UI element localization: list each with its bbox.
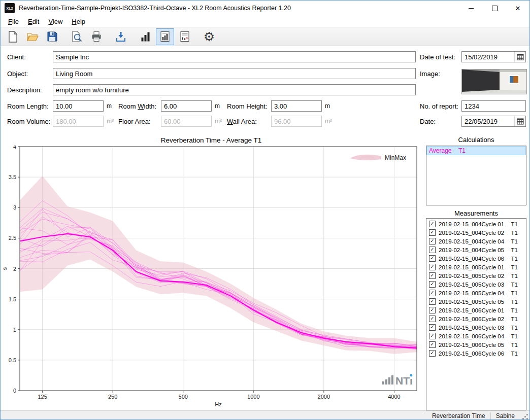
room-image-thumbnail[interactable] [461, 69, 527, 94]
measurement-type: T1 [511, 307, 518, 313]
measurement-item[interactable]: ✓2019-02-15_006Cycle 04T1 [426, 332, 526, 340]
measurement-checkbox[interactable]: ✓ [429, 255, 436, 262]
svg-text:2: 2 [13, 266, 16, 272]
floor-area-label: Floor Area: [118, 118, 151, 125]
client-input[interactable] [53, 51, 416, 62]
date-field [461, 116, 526, 127]
measurement-name: 2019-02-15_005Cycle 03 [439, 282, 504, 288]
resize-grip[interactable] [522, 413, 528, 420]
measurement-checkbox[interactable]: ✓ [429, 324, 436, 331]
measurement-type: T1 [511, 230, 518, 236]
room-height-input[interactable] [271, 100, 322, 112]
svg-text:NTı: NTı [395, 375, 413, 387]
measurement-item[interactable]: ✓2019-02-15_005Cycle 04T1 [426, 289, 526, 297]
wall-area-input [271, 116, 322, 127]
measurement-item[interactable]: ✓2019-02-15_004Cycle 02T1 [426, 228, 526, 237]
measurement-type: T1 [511, 238, 518, 244]
measurement-name: 2019-02-15_004Cycle 02 [439, 230, 504, 236]
report-table-icon [179, 30, 191, 43]
measurement-name: 2019-02-15_006Cycle 02 [439, 316, 504, 322]
window-controls: ✕ [459, 1, 529, 16]
menu-file[interactable]: File [4, 17, 23, 26]
measurement-item[interactable]: ✓2019-02-15_004Cycle 05T1 [426, 246, 526, 254]
object-input[interactable] [53, 68, 416, 79]
print-button[interactable] [87, 28, 106, 45]
calculations-heading: Calculations [426, 136, 526, 144]
measurement-item[interactable]: ✓2019-02-15_006Cycle 03T1 [426, 323, 526, 332]
measurement-checkbox[interactable]: ✓ [429, 238, 436, 244]
date-calendar-button[interactable] [514, 116, 525, 126]
measurement-item[interactable]: ✓2019-02-15_004Cycle 06T1 [426, 254, 526, 263]
toolbar: ⚙ [1, 27, 529, 46]
measurement-type: T1 [511, 264, 518, 270]
calculation-item[interactable]: AverageT1 [426, 146, 526, 155]
measurement-checkbox[interactable]: ✓ [429, 281, 436, 288]
measurement-checkbox[interactable]: ✓ [429, 333, 436, 339]
save-icon [46, 30, 58, 43]
floor-area-input [161, 116, 212, 127]
measurement-checkbox[interactable]: ✓ [429, 341, 436, 348]
measurement-item[interactable]: ✓2019-02-15_005Cycle 03T1 [426, 280, 526, 289]
svg-text:4000: 4000 [388, 394, 400, 400]
measurement-item[interactable]: ✓2019-02-15_005Cycle 01T1 [426, 263, 526, 271]
minimize-button[interactable] [459, 1, 483, 16]
measurement-checkbox[interactable]: ✓ [429, 229, 436, 236]
svg-text:3: 3 [13, 204, 16, 211]
room-length-label: Room Length: [7, 102, 49, 110]
measurement-type: T1 [511, 351, 518, 357]
measurement-checkbox[interactable]: ✓ [429, 264, 436, 270]
menu-view[interactable]: View [44, 17, 67, 26]
description-input[interactable] [53, 84, 416, 95]
measurement-checkbox[interactable]: ✓ [429, 316, 436, 322]
room-width-input[interactable] [161, 100, 212, 112]
measurement-checkbox[interactable]: ✓ [429, 298, 436, 305]
measurement-checkbox[interactable]: ✓ [429, 221, 436, 227]
measurement-item[interactable]: ✓2019-02-15_004Cycle 04T1 [426, 237, 526, 246]
measurement-item[interactable]: ✓2019-02-15_004Cycle 01T1 [426, 220, 526, 228]
measurement-name: 2019-02-15_006Cycle 06 [439, 351, 504, 357]
reverberation-report-view-button[interactable] [156, 28, 174, 45]
title-bar: XL2 Reverberation-Time-Sample-Projekt-IS… [1, 1, 529, 16]
measurement-checkbox[interactable]: ✓ [429, 307, 436, 313]
measurement-checkbox[interactable]: ✓ [429, 247, 436, 253]
measurement-item[interactable]: ✓2019-02-15_006Cycle 02T1 [426, 314, 526, 323]
print-preview-button[interactable] [68, 28, 86, 45]
calculation-name: Average [429, 147, 458, 154]
svg-text:0: 0 [13, 388, 16, 394]
no-of-report-label: No. of report: [420, 102, 458, 110]
side-panel: Calculations AverageT1 Measurements ✓201… [426, 133, 526, 410]
measurement-item[interactable]: ✓2019-02-15_006Cycle 06T1 [426, 349, 526, 358]
maximize-button[interactable] [483, 1, 506, 16]
report-bars-icon [159, 30, 171, 43]
measurement-item[interactable]: ✓2019-02-15_006Cycle 01T1 [426, 306, 526, 314]
measurement-name: 2019-02-15_006Cycle 04 [439, 333, 504, 339]
save-project-button[interactable] [43, 28, 61, 45]
menu-help[interactable]: Help [67, 17, 90, 26]
no-of-report-input[interactable] [461, 100, 526, 112]
measurement-checkbox[interactable]: ✓ [429, 272, 436, 279]
measurement-checkbox[interactable]: ✓ [429, 290, 436, 296]
svg-text:125: 125 [38, 394, 47, 400]
close-button[interactable]: ✕ [506, 1, 529, 16]
printer-icon [90, 30, 103, 43]
measurement-item[interactable]: ✓2019-02-15_005Cycle 05T1 [426, 297, 526, 306]
new-document-button[interactable] [4, 28, 22, 45]
measurement-name: 2019-02-15_006Cycle 05 [439, 342, 504, 348]
open-project-button[interactable] [23, 28, 42, 45]
open-folder-icon [26, 30, 39, 43]
calculation-type: T1 [458, 147, 466, 154]
measurement-item[interactable]: ✓2019-02-15_005Cycle 02T1 [426, 271, 526, 280]
room-length-input[interactable] [53, 100, 104, 112]
close-icon: ✕ [515, 5, 521, 12]
import-measurements-button[interactable] [112, 28, 130, 45]
settings-button[interactable]: ⚙ [200, 28, 218, 45]
measurement-name: 2019-02-15_004Cycle 05 [439, 247, 504, 253]
menu-edit[interactable]: Edit [23, 17, 44, 26]
date-of-test-calendar-button[interactable] [514, 52, 525, 62]
spectra-report-view-button[interactable] [176, 28, 194, 45]
levels-view-button[interactable] [136, 28, 154, 45]
app-window: XL2 Reverberation-Time-Sample-Projekt-IS… [0, 0, 530, 420]
measurement-item[interactable]: ✓2019-02-15_006Cycle 05T1 [426, 340, 526, 349]
gear-icon: ⚙ [204, 30, 215, 43]
measurement-checkbox[interactable]: ✓ [429, 350, 436, 357]
